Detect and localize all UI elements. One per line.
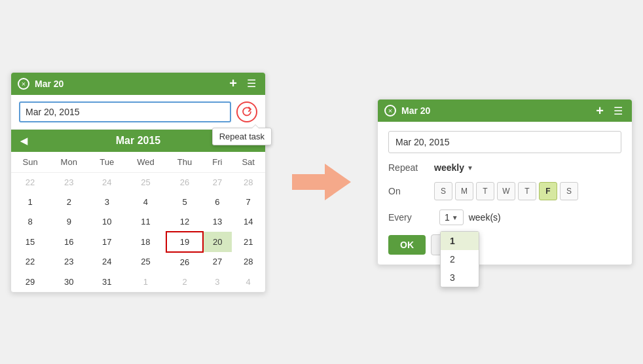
rp-date-display: Mar 20, 2015 bbox=[388, 131, 621, 153]
calendar-week-row: 891011121314 bbox=[12, 211, 265, 232]
repeat-panel: × Mar 20 + ☰ Mar 20, 2015 Repeat weekly … bbox=[377, 99, 633, 265]
calendar-day[interactable]: 16 bbox=[49, 232, 89, 252]
calendar-day[interactable]: 6 bbox=[203, 192, 232, 211]
calendar-day[interactable]: 9 bbox=[49, 211, 89, 232]
calendar-day[interactable]: 19 bbox=[166, 232, 203, 252]
calendar-panel: × Mar 20 + ☰ Repeat task ◀ Mar 2015 bbox=[10, 72, 266, 293]
calendar-day[interactable]: 13 bbox=[203, 211, 232, 232]
calendar-day[interactable]: 2 bbox=[49, 192, 89, 211]
repeat-dropdown-arrow: ▼ bbox=[467, 164, 473, 172]
calendar-day[interactable]: 2 bbox=[166, 272, 203, 291]
calendar-day[interactable]: 31 bbox=[89, 272, 125, 291]
day-button[interactable]: T bbox=[518, 182, 536, 200]
calendar-day[interactable]: 1 bbox=[125, 272, 166, 291]
calendar-day[interactable]: 24 bbox=[89, 172, 125, 192]
calendar-day[interactable]: 24 bbox=[89, 252, 125, 272]
calendar-day[interactable]: 20 bbox=[203, 232, 232, 252]
every-dropdown-menu[interactable]: 123 bbox=[440, 231, 479, 287]
calendar-day[interactable]: 4 bbox=[125, 192, 166, 211]
calendar-day[interactable]: 11 bbox=[125, 211, 166, 232]
repeat-panel-body: Mar 20, 2015 Repeat weekly ▼ On SMTWTFS … bbox=[378, 122, 632, 264]
dow-fri: Fri bbox=[203, 152, 232, 173]
dow-tue: Tue bbox=[89, 152, 125, 173]
every-dropdown-arrow: ▼ bbox=[452, 214, 458, 221]
dropdown-item[interactable]: 2 bbox=[441, 250, 479, 268]
calendar-day[interactable]: 4 bbox=[232, 272, 265, 291]
repeat-task-btn[interactable] bbox=[236, 101, 257, 122]
calendar-day[interactable]: 25 bbox=[125, 172, 166, 192]
calendar-day[interactable]: 27 bbox=[203, 172, 232, 192]
repeat-select[interactable]: weekly ▼ bbox=[434, 162, 473, 173]
repeat-tooltip-text: Repeat task bbox=[219, 132, 265, 141]
repeat-tooltip: Repeat task bbox=[212, 128, 272, 145]
month-year-label: Mar 2015 bbox=[116, 135, 161, 147]
calendar-day[interactable]: 28 bbox=[232, 172, 265, 192]
every-value: 1 bbox=[445, 212, 450, 223]
day-button[interactable]: M bbox=[455, 182, 473, 200]
right-add-icon[interactable]: + bbox=[593, 103, 607, 118]
calendar-day[interactable]: 29 bbox=[12, 272, 49, 291]
day-button[interactable]: S bbox=[560, 182, 578, 200]
every-row: Every 1 ▼ 123 week(s) bbox=[388, 209, 621, 225]
calendar-day[interactable]: 22 bbox=[12, 172, 49, 192]
calendar-day[interactable]: 10 bbox=[89, 211, 125, 232]
calendar-day[interactable]: 26 bbox=[166, 252, 203, 272]
calendar-week-row: 1234567 bbox=[12, 192, 265, 211]
calendar-day[interactable]: 3 bbox=[89, 192, 125, 211]
right-panel-header: × Mar 20 + ☰ bbox=[378, 100, 632, 122]
calendar-day[interactable]: 3 bbox=[203, 272, 232, 291]
calendar-day[interactable]: 18 bbox=[125, 232, 166, 252]
calendar-day[interactable]: 21 bbox=[232, 232, 265, 252]
day-button[interactable]: W bbox=[497, 182, 515, 200]
rp-action-buttons: OK el bbox=[388, 234, 621, 255]
calendar-day[interactable]: 23 bbox=[49, 252, 89, 272]
every-unit-label: week(s) bbox=[469, 212, 501, 223]
right-settings-icon[interactable]: ☰ bbox=[611, 103, 625, 118]
dropdown-item[interactable]: 3 bbox=[441, 268, 479, 287]
calendar-day[interactable]: 25 bbox=[125, 252, 166, 272]
day-button[interactable]: S bbox=[434, 182, 452, 200]
arrow-tail bbox=[292, 174, 325, 190]
repeat-row: Repeat weekly ▼ bbox=[388, 162, 621, 173]
date-input-row: Repeat task bbox=[11, 95, 265, 130]
calendar-day[interactable]: 8 bbox=[12, 211, 49, 232]
calendar-day[interactable]: 14 bbox=[232, 211, 265, 232]
on-label: On bbox=[388, 186, 434, 196]
calendar-day[interactable]: 23 bbox=[49, 172, 89, 192]
calendar-week-row: 2930311234 bbox=[12, 272, 265, 291]
every-label: Every bbox=[388, 212, 434, 223]
arrow-right-container bbox=[292, 164, 351, 200]
right-close-btn[interactable]: × bbox=[384, 105, 396, 117]
calendar-day[interactable]: 17 bbox=[89, 232, 125, 252]
date-input[interactable] bbox=[19, 101, 231, 122]
arrow-head bbox=[325, 164, 351, 200]
calendar-grid: Sun Mon Tue Wed Thu Fri Sat 222324252627… bbox=[11, 152, 265, 292]
right-header-title: Mar 20 bbox=[401, 105, 430, 116]
left-add-icon[interactable]: + bbox=[226, 77, 240, 91]
calendar-day[interactable]: 27 bbox=[203, 252, 232, 272]
calendar-day[interactable]: 12 bbox=[166, 211, 203, 232]
left-header-title: Mar 20 bbox=[35, 79, 64, 89]
calendar-day[interactable]: 30 bbox=[49, 272, 89, 291]
dropdown-item[interactable]: 1 bbox=[441, 232, 479, 250]
every-select[interactable]: 1 ▼ 123 bbox=[439, 209, 464, 225]
calendar-day[interactable]: 7 bbox=[232, 192, 265, 211]
calendar-day[interactable]: 28 bbox=[232, 252, 265, 272]
day-buttons: SMTWTFS bbox=[434, 182, 578, 200]
day-button[interactable]: F bbox=[539, 182, 557, 200]
calendar-day[interactable]: 1 bbox=[12, 192, 49, 211]
calendar-day[interactable]: 5 bbox=[166, 192, 203, 211]
ok-button[interactable]: OK bbox=[388, 235, 426, 255]
dow-wed: Wed bbox=[125, 152, 166, 173]
dow-mon: Mon bbox=[49, 152, 89, 173]
calendar-day[interactable]: 26 bbox=[166, 172, 203, 192]
calendar-day[interactable]: 15 bbox=[12, 232, 49, 252]
dow-sun: Sun bbox=[12, 152, 49, 173]
repeat-value: weekly bbox=[434, 162, 464, 173]
left-close-btn[interactable]: × bbox=[18, 78, 29, 90]
calendar-week-row: 22232425262728 bbox=[12, 172, 265, 192]
calendar-day[interactable]: 22 bbox=[12, 252, 49, 272]
prev-month-btn[interactable]: ◀ bbox=[20, 136, 28, 146]
day-button[interactable]: T bbox=[476, 182, 494, 200]
left-settings-icon[interactable]: ☰ bbox=[244, 77, 259, 91]
